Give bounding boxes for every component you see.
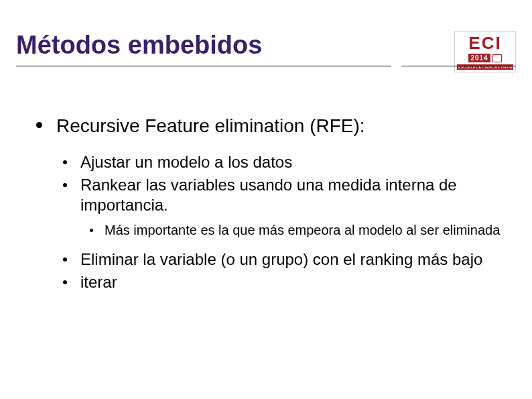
list-item-text: Recursive Feature elimination (RFE): [56, 115, 365, 136]
slide: Métodos embebidos ECI 2014 ESCUELA DE CI… [0, 0, 532, 399]
slide-title: Métodos embebidos [16, 31, 454, 60]
list-item: Recursive Feature elimination (RFE): Aju… [36, 114, 505, 292]
list-item-text: Rankear las variables usando una medida … [80, 176, 457, 214]
logo-abbr: ECI [468, 34, 501, 52]
list-item: Ajustar un modelo a los datos [63, 152, 505, 172]
list-item: Rankear las variables usando una medida … [63, 175, 505, 239]
bullet-list-level3: Más importante es la que más empeora al … [90, 222, 505, 239]
logo-year: 2014 [468, 54, 490, 62]
bullet-list-level2: Ajustar un modelo a los datos Rankear la… [63, 152, 505, 292]
logo-decoration-box [492, 54, 502, 62]
list-item-text: Eliminar la variable (o un grupo) con el… [80, 250, 482, 268]
list-item-text: Más importante es la que más empeora al … [105, 223, 500, 237]
list-item: iterar [63, 272, 505, 292]
list-item-text: iterar [80, 273, 117, 291]
content-area: Recursive Feature elimination (RFE): Aju… [36, 114, 505, 298]
logo-mid-row: 2014 [468, 54, 501, 62]
bullet-list-level1: Recursive Feature elimination (RFE): Aju… [36, 114, 505, 292]
list-item: Eliminar la variable (o un grupo) con el… [63, 249, 505, 270]
title-underline [16, 66, 516, 67]
list-item-text: Ajustar un modelo a los datos [80, 153, 292, 171]
list-item: Más importante es la que más empeora al … [90, 222, 505, 239]
